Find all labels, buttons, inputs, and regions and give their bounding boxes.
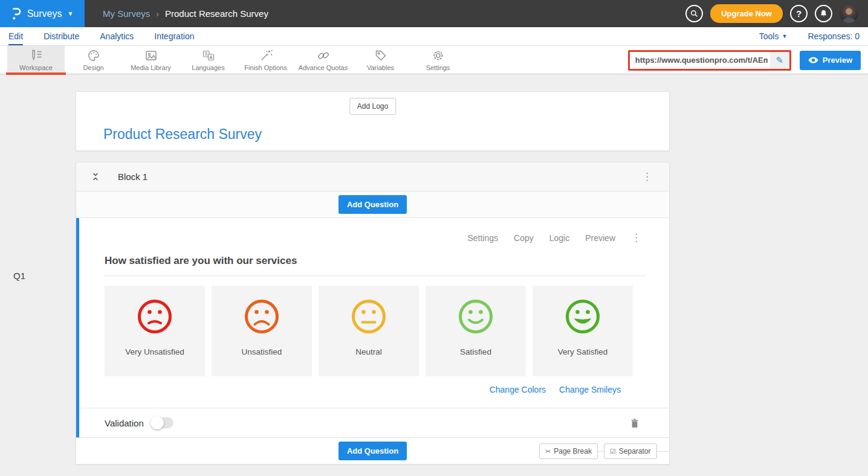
tab-analytics[interactable]: Analytics	[100, 27, 134, 45]
add-logo-button[interactable]: Add Logo	[349, 98, 396, 115]
toolbar-item-variables[interactable]: Variables	[352, 46, 409, 74]
tools-menu[interactable]: Tools ▼	[759, 31, 788, 41]
toolbar-item-label: Variables	[367, 64, 394, 71]
option-satisfied[interactable]: Satisfied	[426, 286, 526, 376]
toolbar-item-media-library[interactable]: Media Library	[122, 46, 180, 74]
breadcrumb-my-surveys[interactable]: My Surveys	[103, 8, 150, 19]
smiley-scale: Very Unsatisfied Unsatisfied Neutral	[105, 286, 669, 376]
validation-row: Validation	[79, 408, 669, 437]
tab-edit[interactable]: Edit	[8, 27, 23, 45]
tab-integration[interactable]: Integration	[154, 27, 194, 45]
question-title-wrap: How satisfied are you with our services	[105, 255, 645, 276]
add-question-button-bottom[interactable]: Add Question	[338, 442, 407, 460]
eye-icon	[808, 57, 818, 63]
question-menu-button[interactable]: ⋮	[627, 230, 645, 245]
editor-canvas: Q1 Add Logo Product Research Survey Bloc…	[0, 91, 868, 476]
question-logic-link[interactable]: Logic	[549, 233, 569, 243]
very-satisfied-smiley-icon	[565, 299, 600, 336]
breadcrumb: My Surveys › Product Research Survey	[103, 8, 268, 19]
checkbox-checked-icon: ☑	[610, 448, 616, 455]
page-break-label: Page Break	[554, 447, 592, 455]
notifications-button[interactable]	[815, 5, 832, 22]
separator-button[interactable]: ☑ Separator	[604, 443, 657, 459]
smiley-config-links: Change Colors Change Smileys	[79, 385, 621, 394]
workspace-toolbar: Workspace Design Media Library Languages…	[0, 46, 868, 74]
section-tabs: Edit Distribute Analytics Integration	[8, 27, 194, 45]
survey-url-annotation-box: ✎	[628, 50, 791, 71]
app-logo-menu[interactable]: Surveys ▼	[0, 0, 85, 27]
toolbar-right-group: ✎ Preview	[628, 46, 861, 74]
toolbar-item-design[interactable]: Design	[65, 46, 122, 74]
toolbar-item-workspace[interactable]: Workspace	[7, 46, 65, 74]
option-label: Satisfied	[460, 347, 491, 356]
option-very-satisfied[interactable]: Very Satisfied	[533, 286, 633, 376]
option-unsatisfied[interactable]: Unsatisfied	[212, 286, 312, 376]
question-card: Settings Copy Logic Preview ⋮ How satisf…	[76, 218, 669, 437]
preview-button[interactable]: Preview	[800, 51, 861, 70]
help-button[interactable]: ?	[790, 5, 808, 22]
question-title[interactable]: How satisfied are you with our services	[105, 255, 297, 266]
responses-count[interactable]: Responses: 0	[808, 31, 860, 41]
satisfied-smiley-icon	[458, 299, 493, 336]
footer-insert-group: ✂ Page Break ☑ Separator	[539, 438, 669, 465]
toolbar-item-label: Languages	[192, 64, 224, 71]
separator-label: Separator	[619, 447, 651, 455]
survey-header-card: Add Logo Product Research Survey	[76, 91, 670, 151]
breadcrumb-current: Product Research Survey	[165, 8, 268, 19]
survey-title[interactable]: Product Research Survey	[103, 126, 262, 143]
questionpro-logo-icon	[11, 7, 22, 21]
option-label: Very Satisfied	[558, 347, 608, 356]
chevron-down-icon: ▼	[67, 10, 73, 17]
block-card: Block 1 ⋮ Add Question Settings Copy Log…	[76, 162, 670, 465]
tab-distribute[interactable]: Distribute	[44, 27, 79, 45]
option-very-unsatisfied[interactable]: Very Unsatisfied	[105, 286, 205, 376]
block-menu-button[interactable]: ⋮	[638, 169, 656, 184]
survey-url-field[interactable]	[630, 52, 770, 69]
collapse-icon	[91, 172, 100, 181]
add-question-row-top: Add Question	[76, 191, 669, 218]
add-question-button-top[interactable]: Add Question	[338, 195, 407, 214]
tools-label: Tools	[759, 31, 779, 41]
gear-icon	[432, 49, 445, 62]
option-label: Neutral	[355, 347, 382, 356]
very-unsatisfied-smiley-icon	[137, 299, 172, 336]
change-colors-link[interactable]: Change Colors	[490, 385, 546, 394]
toolbar-item-settings[interactable]: Settings	[409, 46, 467, 74]
topbar-actions: Upgrade Now ?	[685, 4, 868, 23]
toolbar-item-label: Finish Options	[244, 64, 287, 71]
chevron-down-icon: ▼	[782, 33, 787, 39]
toolbar-item-label: Settings	[426, 64, 450, 71]
question-copy-link[interactable]: Copy	[514, 233, 534, 243]
bell-icon	[819, 9, 828, 18]
question-preview-link[interactable]: Preview	[585, 233, 615, 243]
toolbar-item-label: Design	[83, 64, 103, 71]
question-number: Q1	[13, 271, 25, 281]
option-neutral[interactable]: Neutral	[319, 286, 419, 376]
unsatisfied-smiley-icon	[244, 299, 279, 336]
preview-label: Preview	[823, 56, 852, 65]
user-avatar[interactable]	[840, 4, 858, 23]
tag-icon	[374, 49, 387, 62]
question-settings-link[interactable]: Settings	[467, 233, 498, 243]
change-smileys-link[interactable]: Change Smileys	[559, 385, 621, 394]
palette-icon	[87, 49, 100, 62]
search-button[interactable]	[685, 5, 703, 22]
option-label: Very Unsatisfied	[125, 347, 184, 356]
page-break-button[interactable]: ✂ Page Break	[539, 443, 598, 459]
toolbar-item-finish-options[interactable]: Finish Options	[237, 46, 294, 74]
option-label: Unsatisfied	[242, 347, 282, 356]
toolbar-item-languages[interactable]: Languages	[180, 46, 237, 74]
question-actions: Settings Copy Logic Preview ⋮	[79, 218, 669, 245]
validation-toggle[interactable]	[151, 417, 173, 428]
collapse-block-button[interactable]	[91, 172, 100, 181]
chain-links-icon	[317, 49, 330, 62]
toolbar-item-advance-quotas[interactable]: Advance Quotas	[294, 46, 352, 74]
section-nav: Edit Distribute Analytics Integration To…	[0, 27, 868, 46]
block-title: Block 1	[118, 172, 147, 182]
validation-label: Validation	[105, 418, 144, 428]
upgrade-now-button[interactable]: Upgrade Now	[710, 4, 783, 23]
neutral-smiley-icon	[351, 299, 386, 336]
edit-url-button[interactable]: ✎	[770, 52, 789, 69]
block-footer: Add Question ✂ Page Break ☑ Separator	[76, 437, 669, 464]
delete-question-button[interactable]	[630, 418, 639, 428]
